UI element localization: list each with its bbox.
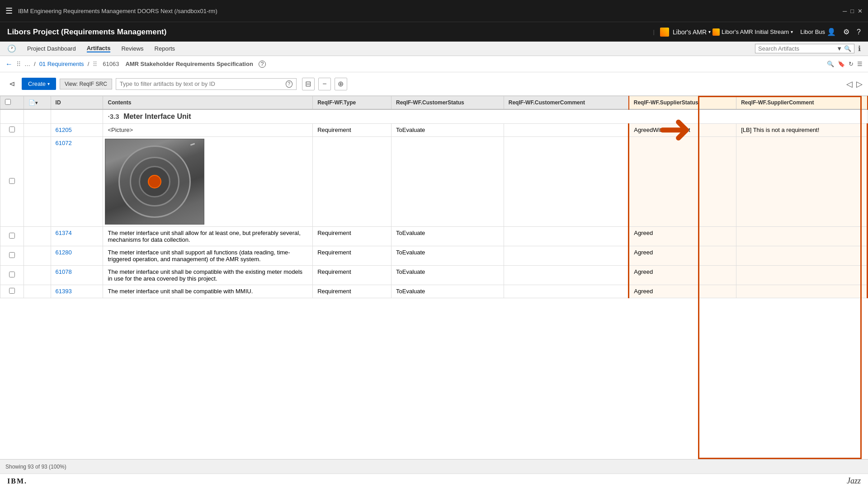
toolbar-action-icons: ⊟ − ⊕	[302, 78, 347, 90]
col-header-type: ReqIF-WF.Type	[313, 96, 392, 110]
col-header-checkbox[interactable]	[0, 96, 24, 110]
doc-dropdown[interactable]: ▾	[35, 100, 38, 105]
row-checkbox[interactable]	[9, 288, 15, 294]
nav-reviews[interactable]: Reviews	[121, 45, 143, 52]
toolbar-filter-icon[interactable]: ⊟	[302, 78, 315, 90]
breadcrumb-drag-icon: ⠿	[93, 61, 97, 68]
toolbar-expand-icon[interactable]: ⊕	[335, 78, 347, 90]
row-checkbox-cell[interactable]	[0, 285, 24, 298]
back-button[interactable]: ←	[5, 60, 13, 68]
row-doc-icon-cell	[24, 285, 51, 298]
search-bc-icon[interactable]: 🔍	[827, 61, 834, 67]
row-checkbox[interactable]	[9, 252, 15, 258]
settings-gear-icon[interactable]: ⚙	[843, 28, 849, 36]
row-checkbox[interactable]	[9, 127, 15, 132]
row-customer-status-cell: ToEvaluate	[392, 246, 504, 266]
artifact-id-link[interactable]: 61374	[56, 230, 72, 236]
more-bc-icon[interactable]: ☰	[857, 61, 863, 67]
hamburger-icon[interactable]: ☰	[5, 6, 13, 16]
create-button[interactable]: Create ▾	[22, 78, 56, 90]
filter-input[interactable]	[120, 80, 284, 87]
bookmark-bc-icon[interactable]: 🔖	[838, 61, 845, 67]
search-artifacts-input[interactable]	[758, 45, 835, 52]
row-doc-icon-cell	[24, 124, 51, 137]
row-customer-status-cell: ToEvaluate	[392, 266, 504, 285]
col-header-id: ID	[51, 96, 103, 110]
stream-full-arrow: ▾	[791, 29, 793, 34]
maximize-icon[interactable]: □	[850, 8, 854, 14]
history-icon[interactable]: 🕐	[7, 44, 16, 53]
doc-type-icon: 📄	[28, 99, 35, 106]
main-navbar: Libors Project (Requirements Management)…	[0, 22, 868, 42]
col-header-doc-icon: 📄▾	[24, 96, 51, 110]
app-brand: Libors Project (Requirements Management)	[7, 27, 648, 37]
row-supplier-status-cell: Agreed	[629, 285, 736, 298]
row-checkbox-cell[interactable]	[0, 246, 24, 266]
breadcrumb-title: AMR Stakeholder Requirements Specificati…	[125, 61, 253, 67]
nav-reports[interactable]: Reports	[155, 45, 175, 52]
heading-num: ·3.3	[108, 113, 119, 120]
toolbar-nav-back-icon[interactable]: ◁	[846, 79, 853, 89]
row-customer-comment-cell	[504, 124, 629, 137]
table-row: 61078 The meter interface unit shall be …	[0, 266, 868, 285]
close-icon[interactable]: ✕	[858, 8, 863, 14]
select-all-checkbox[interactable]	[5, 99, 11, 105]
col-header-supplier-status: ReqIF-WF.SupplierStatus	[629, 96, 736, 110]
table-row: 61280 The meter interface unit shall sup…	[0, 246, 868, 266]
back-nav-icon[interactable]: ⊲	[5, 78, 18, 90]
stream-arrow-icon: ▾	[708, 29, 711, 34]
row-checkbox-cell[interactable]	[0, 109, 24, 124]
refresh-bc-icon[interactable]: ↻	[849, 61, 854, 67]
table-row: 61072	[0, 137, 868, 227]
help-question-icon[interactable]: ?	[857, 28, 861, 36]
row-checkbox-cell[interactable]	[0, 227, 24, 246]
row-supplier-comment-cell	[736, 246, 868, 266]
row-checkbox-cell[interactable]	[0, 124, 24, 137]
row-checkbox[interactable]	[9, 233, 15, 239]
search-filter-icon: ▼	[836, 45, 842, 52]
user-label[interactable]: Libor Bus 👤	[800, 28, 836, 36]
artifact-id-link[interactable]: 61393	[56, 288, 72, 295]
row-heading-cell: ·3.3 Meter Interface Unit	[103, 109, 868, 124]
heading-text: Meter Interface Unit	[123, 113, 191, 120]
row-customer-comment-cell	[504, 266, 629, 285]
stream-icon	[660, 28, 669, 37]
row-checkbox-cell[interactable]	[0, 137, 24, 227]
row-type-cell: Requirement	[313, 124, 392, 137]
artifact-id-link[interactable]: 61072	[56, 140, 72, 146]
artifacts-table: 📄▾ ID Contents ReqIF-WF.Type ReqIF-WF.Cu…	[0, 96, 868, 298]
breadcrumb-parent-link[interactable]: 01 Requirements	[39, 61, 84, 67]
minimize-icon[interactable]: ─	[843, 8, 847, 14]
artifact-id-link[interactable]: 61205	[56, 127, 72, 133]
artifact-id-link[interactable]: 61280	[56, 249, 72, 256]
filter-help-icon[interactable]: ?	[286, 80, 292, 88]
breadcrumb-help-icon[interactable]: ?	[259, 61, 266, 68]
stream-full-label[interactable]: Libor's AMR Initial Stream ▾	[712, 28, 793, 36]
search-artifacts-box[interactable]: ▼ 🔍	[755, 44, 854, 53]
nav-separator: |	[653, 28, 655, 35]
col-header-contents: Contents	[103, 96, 313, 110]
drag-handle-icon: ⠿	[16, 61, 21, 68]
row-type-cell: Requirement	[313, 266, 392, 285]
nav-project-dashboard[interactable]: Project Dashboard	[27, 45, 76, 52]
search-go-icon[interactable]: 🔍	[844, 45, 851, 52]
stream-selector[interactable]: Libor's AMR ▾	[660, 28, 711, 37]
status-bar: Showing 93 of 93 (100%)	[0, 459, 868, 474]
project-name[interactable]: Libors Project (Requirements Management)	[7, 28, 166, 36]
row-checkbox-cell[interactable]	[0, 266, 24, 285]
toolbar-nav-forward-icon[interactable]: ▷	[856, 79, 863, 89]
artifacts-table-container[interactable]: 📄▾ ID Contents ReqIF-WF.Type ReqIF-WF.Cu…	[0, 96, 868, 459]
toolbar-collapse-icon[interactable]: −	[318, 78, 331, 90]
stream-full-icon	[712, 28, 720, 36]
ibm-logo: IBM.	[7, 477, 27, 485]
row-supplier-status-cell	[629, 137, 736, 227]
col-header-customer-comment: ReqIF-WF.CustomerComment	[504, 96, 629, 110]
row-checkbox[interactable]	[9, 178, 15, 184]
nav-artifacts[interactable]: Artifacts	[87, 45, 111, 52]
row-checkbox[interactable]	[9, 272, 15, 277]
status-text: Showing 93 of 93 (100%)	[5, 464, 66, 470]
artifact-id-link[interactable]: 61078	[56, 268, 72, 275]
filter-box[interactable]: ?	[116, 78, 297, 90]
info-circle-icon[interactable]: ℹ	[858, 44, 861, 53]
table-row: ·3.3 Meter Interface Unit	[0, 109, 868, 124]
